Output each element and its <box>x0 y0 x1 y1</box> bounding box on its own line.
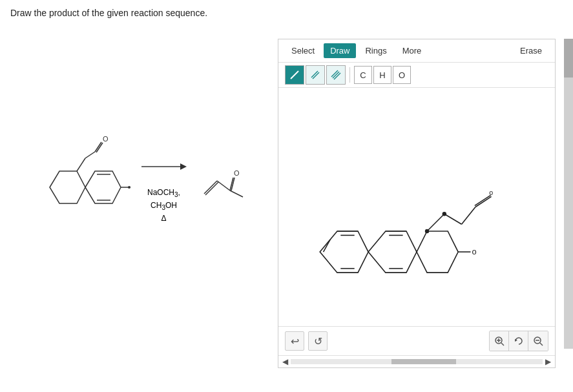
undo-button[interactable]: ↩ <box>285 331 304 351</box>
svg-marker-0 <box>50 171 85 203</box>
single-bond-button[interactable] <box>285 65 304 85</box>
svg-marker-32 <box>368 231 417 273</box>
product-molecule-svg: o o <box>278 88 555 326</box>
bottom-toolbar: ↩ ↺ <box>278 326 555 355</box>
main-toolbar: Select Draw Rings More Erase <box>278 39 555 63</box>
svg-text:O: O <box>234 169 240 177</box>
svg-line-41 <box>444 214 462 224</box>
svg-line-44 <box>475 195 491 205</box>
scrollbar-thumb <box>564 39 573 77</box>
svg-line-15 <box>204 181 217 194</box>
svg-line-49 <box>501 343 504 346</box>
svg-marker-35 <box>417 231 458 273</box>
redo-button[interactable]: ↺ <box>308 331 328 351</box>
svg-point-11 <box>128 186 130 189</box>
rings-tool-button[interactable]: Rings <box>359 43 393 58</box>
reaction-arrow: NaOCH3,CH3OHΔ <box>138 150 190 225</box>
drawing-canvas[interactable]: o o <box>278 88 555 326</box>
select-tool-button[interactable]: Select <box>285 43 321 58</box>
draw-panel: Select Draw Rings More Erase C <box>278 39 556 368</box>
hydrogen-atom-button[interactable]: H <box>373 66 391 84</box>
svg-text:o: o <box>472 247 477 256</box>
svg-line-54 <box>540 343 543 346</box>
reactant-2-molecule: O <box>198 155 249 220</box>
reagent-label: NaOCH3,CH3OHΔ <box>147 187 180 225</box>
zoom-controls <box>489 331 548 351</box>
carbon-atom-button[interactable]: C <box>354 66 372 84</box>
instruction-text: Draw the product of the given reaction s… <box>10 8 207 18</box>
scroll-left-arrow[interactable]: ◀ <box>282 357 288 366</box>
svg-marker-14 <box>180 163 187 170</box>
svg-text:O: O <box>103 135 109 143</box>
svg-line-42 <box>462 207 475 225</box>
svg-line-4 <box>77 158 85 171</box>
scroll-right-arrow[interactable]: ▶ <box>545 357 551 366</box>
svg-line-39 <box>427 214 444 231</box>
svg-line-16 <box>205 182 218 195</box>
oxygen-atom-button[interactable]: O <box>393 66 411 84</box>
redo-icon: ↺ <box>314 335 322 347</box>
svg-line-17 <box>217 181 230 191</box>
zoom-in-button[interactable] <box>490 331 509 351</box>
erase-button[interactable]: Erase <box>514 43 548 58</box>
bond-atom-toolbar: C H O <box>278 63 555 88</box>
svg-line-5 <box>85 152 95 158</box>
zoom-out-button[interactable] <box>528 331 548 351</box>
double-bond-button[interactable] <box>306 65 325 85</box>
reactant-1-molecule: O O <box>37 132 130 242</box>
svg-line-21 <box>230 191 243 197</box>
reaction-area: O O NaOCH3,CH3OHΔ O <box>10 39 275 336</box>
svg-line-31 <box>324 240 331 252</box>
zoom-reset-button[interactable] <box>509 331 528 351</box>
svg-text:o: o <box>489 189 493 196</box>
svg-marker-1 <box>85 171 121 203</box>
triple-bond-button[interactable] <box>326 65 346 85</box>
vertical-scrollbar[interactable] <box>564 39 573 349</box>
svg-marker-28 <box>320 231 368 273</box>
more-tool-button[interactable]: More <box>396 43 428 58</box>
draw-tool-button[interactable]: Draw <box>324 43 356 58</box>
svg-line-43 <box>475 196 492 207</box>
svg-line-22 <box>291 71 298 79</box>
undo-icon: ↩ <box>291 335 299 347</box>
